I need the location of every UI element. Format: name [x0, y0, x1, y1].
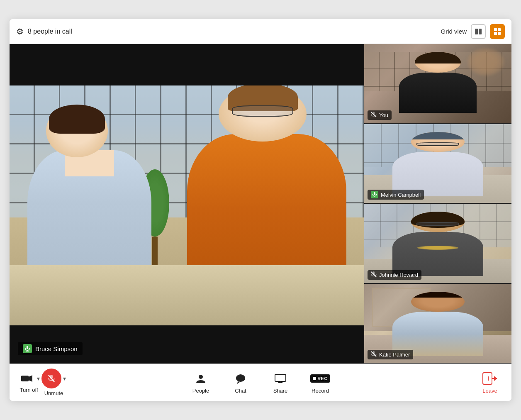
leave-svg-icon	[482, 372, 497, 385]
settings-icon[interactable]: ⚙	[16, 27, 24, 37]
toolbar: ▾ Turn off ▾ Unmute	[10, 364, 511, 401]
mic-slash-icon	[371, 112, 377, 117]
toolbar-left-controls: ▾ Turn off ▾ Unmute	[18, 369, 66, 396]
toolbar-center-controls: People Chat	[187, 369, 334, 396]
svg-marker-24	[237, 381, 240, 384]
svg-rect-1	[479, 29, 482, 34]
main-video-canvas: Bruce Simpson	[10, 44, 364, 364]
record-icon: REC	[311, 371, 329, 386]
mic-active-icon	[372, 192, 377, 197]
svg-rect-11	[374, 192, 375, 195]
mic-on-indicator	[23, 344, 32, 353]
header: ⚙ 8 people in call Grid view	[10, 19, 511, 44]
mute-slash-icon-johnnie	[371, 271, 377, 278]
svg-rect-4	[494, 32, 497, 35]
camera-svg-icon	[21, 374, 33, 383]
svg-rect-28	[483, 373, 492, 384]
camera-toggle-button[interactable]	[18, 372, 36, 385]
screen-share-svg-icon	[275, 374, 286, 383]
mic-slash-large-icon	[48, 375, 55, 382]
people-button[interactable]: People	[187, 369, 214, 396]
grid-view-label: Grid view	[441, 28, 467, 35]
thumbnail-melvin-badge: Melvin Campbell	[368, 190, 424, 200]
rec-badge-wrap: REC	[310, 374, 330, 383]
thumbnail-you-name: You	[379, 112, 388, 118]
mic-active-indicator	[371, 191, 378, 198]
thumbnail-melvin-name: Melvin Campbell	[381, 192, 421, 198]
svg-rect-6	[27, 346, 28, 349]
chat-label: Chat	[235, 388, 246, 394]
svg-marker-19	[29, 375, 32, 382]
svg-rect-18	[21, 376, 29, 381]
svg-rect-25	[275, 374, 286, 381]
share-label: Share	[273, 388, 288, 394]
camera-control-group: ▾ Turn off	[18, 372, 40, 393]
rec-text: REC	[317, 376, 328, 381]
app-container: ⚙ 8 people in call Grid view	[10, 19, 511, 401]
svg-point-23	[236, 374, 245, 382]
main-video-frame: Bruce Simpson	[10, 44, 364, 364]
mute-icon	[371, 112, 377, 119]
camera-label: Turn off	[19, 387, 38, 393]
toolbar-right-controls: Leave	[477, 369, 503, 396]
mic-slash-icon-3	[371, 351, 377, 357]
thumbnail-katie-name: Katie Palmer	[379, 352, 410, 358]
rec-indicator	[313, 377, 316, 380]
leave-button[interactable]: Leave	[477, 369, 503, 396]
record-label: Record	[312, 388, 329, 394]
camera-chevron[interactable]: ▾	[37, 375, 40, 382]
camera-icon	[21, 374, 33, 383]
thumbnail-strip: You	[364, 44, 511, 364]
record-button[interactable]: REC Record	[307, 369, 334, 396]
thumbnail-melvin[interactable]: Melvin Campbell	[364, 124, 511, 204]
svg-rect-0	[475, 29, 478, 34]
thumbnail-you-badge: You	[368, 110, 392, 120]
unmute-control-group: ▾ Unmute	[41, 369, 66, 396]
speaker-name-badge: Bruce Simpson	[18, 342, 83, 355]
camera-button-row: ▾	[18, 372, 40, 385]
mute-slash-icon-katie	[371, 351, 377, 358]
person-head-2	[219, 86, 307, 142]
layout-grid-button[interactable]	[490, 24, 505, 39]
main-scene	[10, 85, 364, 325]
people-icon	[192, 371, 210, 386]
main-video-panel: Bruce Simpson	[10, 44, 364, 364]
header-right: Grid view	[441, 24, 505, 39]
chat-button[interactable]: Chat	[227, 369, 254, 396]
thumbnail-johnnie-name: Johnnie Howard	[379, 272, 418, 278]
unmute-chevron[interactable]: ▾	[63, 375, 66, 382]
grid-view-icon	[494, 28, 501, 35]
thumbnail-katie-badge: Katie Palmer	[368, 350, 413, 359]
svg-rect-3	[498, 28, 501, 31]
share-button[interactable]: Share	[267, 369, 294, 396]
main-content: Bruce Simpson	[10, 44, 511, 364]
leave-label: Leave	[482, 388, 497, 394]
split-view-icon	[475, 28, 482, 35]
thumbnail-johnnie-badge: Johnnie Howard	[368, 270, 421, 280]
speaker-name: Bruce Simpson	[35, 345, 78, 352]
mic-icon	[25, 346, 30, 352]
rec-badge: REC	[310, 374, 330, 383]
desk	[10, 265, 364, 325]
layout-split-button[interactable]	[471, 24, 486, 39]
share-icon	[271, 371, 290, 386]
thumbnail-you[interactable]: You	[364, 44, 511, 124]
person-svg-icon	[195, 373, 206, 384]
header-left: ⚙ 8 people in call	[16, 27, 72, 37]
people-label: People	[192, 388, 209, 394]
svg-rect-5	[498, 32, 501, 35]
chat-icon	[231, 371, 250, 386]
mic-slash-icon-2	[371, 271, 377, 277]
unmute-label: Unmute	[44, 390, 63, 396]
leave-icon	[481, 371, 499, 386]
unmute-button-row: ▾	[41, 369, 66, 388]
thumbnail-johnnie[interactable]: Johnnie Howard	[364, 204, 511, 284]
svg-rect-2	[494, 28, 497, 31]
unmute-button[interactable]	[41, 369, 61, 388]
thumbnail-katie[interactable]: Katie Palmer	[364, 284, 511, 364]
person-head	[46, 105, 108, 157]
svg-marker-30	[494, 376, 497, 381]
svg-point-22	[199, 375, 203, 379]
people-count: 8 people in call	[28, 28, 72, 35]
chat-bubble-svg-icon	[235, 373, 246, 384]
